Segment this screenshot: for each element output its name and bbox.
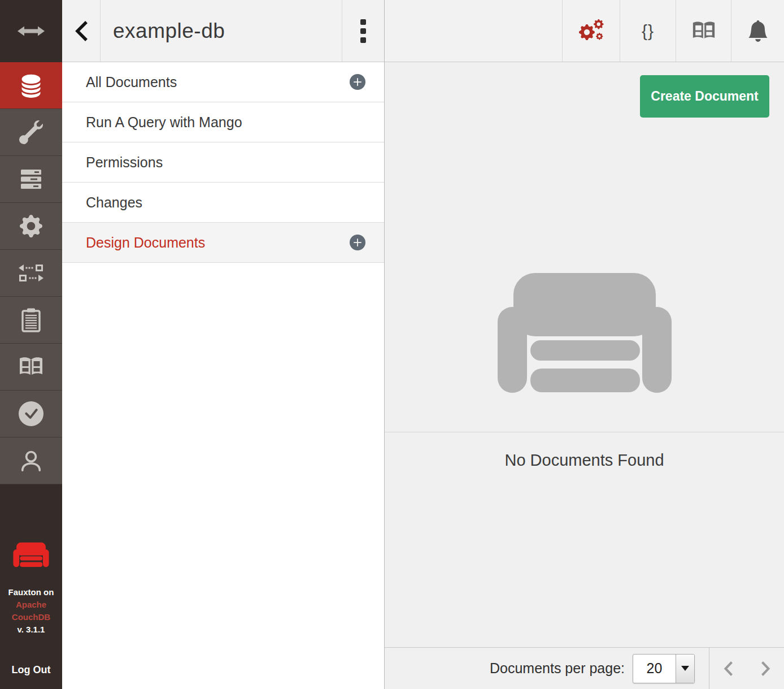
- nav-expand-button[interactable]: [0, 0, 62, 62]
- panel-item-changes[interactable]: Changes: [62, 183, 384, 223]
- documents-empty-state: Create Document No Documents Found: [385, 62, 784, 647]
- clipboard-icon: [21, 307, 41, 332]
- couchdb-logo: [13, 542, 49, 567]
- brand-line2: Apache: [0, 599, 62, 611]
- sidebar-item-wrench[interactable]: [0, 109, 62, 156]
- panel-item-label: All Documents: [86, 74, 177, 90]
- json-api-button[interactable]: {}: [620, 0, 676, 62]
- documentation-button[interactable]: [676, 0, 731, 62]
- per-page-select[interactable]: 20: [633, 654, 695, 683]
- primary-nav: Fauxton on Apache CouchDB v. 3.1.1 Log O…: [0, 0, 62, 689]
- logout-button[interactable]: Log Out: [0, 664, 62, 676]
- database-icon: [19, 73, 43, 98]
- no-documents-message: No Documents Found: [385, 451, 784, 470]
- add-document-icon[interactable]: [350, 74, 365, 90]
- panel-item-all-documents[interactable]: All Documents: [62, 62, 384, 102]
- couch-illustration: [496, 271, 673, 395]
- sidebar-item-book[interactable]: [0, 344, 62, 391]
- pagination-next-button[interactable]: [747, 648, 784, 689]
- nav-footer: Fauxton on Apache CouchDB v. 3.1.1 Log O…: [0, 484, 62, 689]
- open-book-icon: [18, 357, 44, 377]
- database-title: example-db: [101, 0, 342, 62]
- database-options-menu-button[interactable]: [342, 0, 384, 62]
- per-page-label: Documents per page:: [490, 660, 625, 677]
- double-arrow-icon: [17, 25, 45, 37]
- replication-icon: [18, 264, 44, 282]
- notifications-button[interactable]: [731, 0, 784, 62]
- per-page-value: 20: [633, 655, 676, 683]
- gears-icon: [578, 19, 604, 43]
- database-panel: example-db All Documents Run A Query wit…: [62, 0, 385, 689]
- chevron-right-icon: [761, 661, 770, 677]
- ellipsis-dot: [360, 28, 366, 34]
- sidebar-item-server-stack[interactable]: [0, 156, 62, 203]
- empty-state-divider: [385, 432, 784, 432]
- bell-icon: [747, 20, 769, 42]
- chevron-left-icon: [75, 20, 88, 42]
- panel-item-label: Design Documents: [86, 235, 205, 251]
- pagination-previous-button[interactable]: [709, 648, 747, 689]
- brand-text: Fauxton on Apache CouchDB v. 3.1.1: [0, 586, 62, 636]
- brand-version: v. 3.1.1: [0, 623, 62, 636]
- select-dropdown-button[interactable]: [676, 655, 694, 683]
- panel-item-permissions[interactable]: Permissions: [62, 142, 384, 183]
- admin-settings-button[interactable]: [562, 0, 620, 62]
- main-header: {}: [385, 0, 784, 62]
- fauxton-app: Fauxton on Apache CouchDB v. 3.1.1 Log O…: [0, 0, 784, 689]
- database-panel-header: example-db: [62, 0, 384, 62]
- main-area: {} Cr: [385, 0, 784, 689]
- gear-icon: [20, 215, 42, 237]
- brand-line1: Fauxton on: [0, 586, 62, 599]
- panel-item-label: Permissions: [86, 154, 163, 171]
- check-circle-icon: [19, 401, 43, 426]
- sidebar-item-verify[interactable]: [0, 391, 62, 437]
- caret-down-icon: [681, 666, 689, 671]
- ellipsis-dot: [360, 37, 366, 43]
- add-design-document-icon[interactable]: [350, 235, 365, 250]
- database-panel-list: All Documents Run A Query with Mango Per…: [62, 62, 384, 263]
- brand-line3: CouchDB: [0, 611, 62, 623]
- create-document-button[interactable]: Create Document: [640, 75, 769, 118]
- panel-item-design-documents[interactable]: Design Documents: [62, 223, 384, 263]
- back-button[interactable]: [62, 0, 101, 62]
- server-stack-icon: [19, 168, 43, 190]
- sidebar-item-user[interactable]: [0, 437, 62, 484]
- user-icon: [19, 449, 43, 473]
- wrench-icon: [19, 120, 43, 144]
- panel-item-label: Run A Query with Mango: [86, 114, 242, 131]
- sidebar-item-replication[interactable]: [0, 250, 62, 297]
- sidebar-item-database[interactable]: [0, 62, 62, 109]
- sidebar-item-clipboard[interactable]: [0, 297, 62, 344]
- documents-footer: Documents per page: 20: [385, 647, 784, 689]
- sidebar-item-gear[interactable]: [0, 203, 62, 250]
- panel-item-label: Changes: [86, 194, 142, 211]
- ellipsis-dot: [360, 19, 366, 25]
- panel-item-mango-query[interactable]: Run A Query with Mango: [62, 102, 384, 142]
- json-braces-icon: {}: [642, 21, 654, 41]
- open-book-icon: [691, 21, 716, 41]
- chevron-left-icon: [724, 661, 733, 677]
